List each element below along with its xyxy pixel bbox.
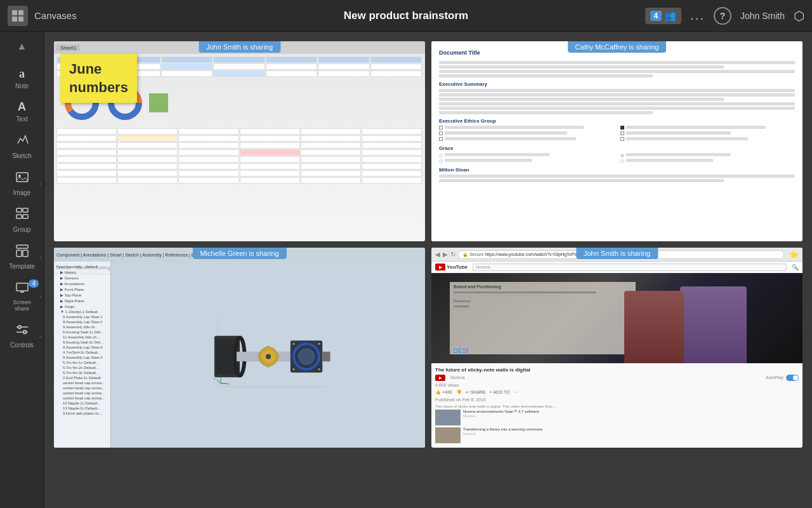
cad-preview: Component | Annotations | Smart | Sketch… (54, 248, 425, 448)
secure-icon: 🔒 Secure (462, 252, 483, 257)
cad-tree-item: Final Assembly - Default (56, 264, 108, 269)
svg-point-43 (298, 349, 314, 364)
header: Canvases New product brainstorm 4 👥 ... … (0, 0, 812, 32)
cad-tree-item: 6.housing Seal-1c Def... (56, 330, 108, 335)
refresh-icon: ↻ (450, 251, 455, 258)
cad-tree-item: 9.Assembly Lap Slew-3 (56, 345, 108, 350)
svg-point-37 (267, 364, 270, 367)
cad-tree-item: 9.Assembly Lap Slew-4 (56, 355, 108, 360)
word-section-3: Executive Ethics Group (439, 117, 795, 142)
video-suggestions: Nureva announcements Span™ 3.7 software … (435, 410, 799, 443)
sidebar-item-text[interactable]: A Text (0, 95, 44, 128)
suggestion-item: Nureva announcements Span™ 3.7 software … (435, 410, 799, 425)
canvas-content: John Smith is sharing June numbers Sheet… (44, 32, 812, 508)
user-name: John Smith (740, 11, 785, 21)
cad-tree-item: 3.Drive with plates-1c... (56, 411, 108, 416)
word-section-4: Grace (439, 145, 795, 163)
svg-rect-11 (16, 250, 22, 257)
canvas-icon[interactable] (8, 6, 28, 26)
sidebar-controls-label: Controls (10, 342, 34, 349)
svg-rect-13 (16, 283, 28, 291)
exit-button[interactable]: ⬡ (794, 8, 804, 23)
controls-icon (15, 323, 29, 340)
svg-rect-0 (12, 10, 17, 15)
session-title: New product brainstorm (344, 10, 468, 22)
main-area: ▲ a Note A Text Sketch Image › (0, 32, 812, 508)
panel2-sharer-label: Cathy McCaffrey is sharing (568, 41, 667, 53)
word-document-preview: Document Title Executive Summary (431, 41, 802, 241)
cad-tree-item: 2.End Plate-1c Default (56, 375, 108, 380)
back-icon: ◀ (435, 251, 440, 258)
svg-rect-41 (322, 352, 331, 361)
cad-tree-item: ▶ Front Plane (56, 286, 108, 292)
cad-tree-item: 11 Assembly Idle ch... (56, 335, 108, 340)
svg-text:X: X (228, 382, 230, 385)
sidebar-item-image[interactable]: Image › (0, 165, 44, 202)
sketch-icon (15, 133, 29, 150)
cad-tree-item: socket head cap screw... (56, 380, 108, 385)
sticky-note: June numbers (60, 54, 137, 103)
sidebar-item-note[interactable]: a Note (0, 62, 44, 95)
svg-rect-7 (23, 208, 28, 212)
cad-tree-item: 5.7in-4in-2c Default... (56, 365, 108, 370)
svg-point-44 (292, 343, 294, 345)
suggestion-item: Transforming a library into a learning c… (435, 427, 799, 443)
forward-icon: ▶ (443, 251, 448, 258)
url-text: https://www.youtube.com/watch?v=DlpHgToP… (485, 252, 580, 257)
sidebar-group-label: Group (13, 226, 31, 234)
svg-rect-4 (16, 173, 28, 182)
sidebar-item-sketch[interactable]: Sketch (0, 128, 44, 165)
sidebar-item-template[interactable]: Template › (0, 239, 44, 276)
sidebar-collapse-button[interactable]: ▲ (13, 37, 31, 56)
sidebar-item-group[interactable]: Group (0, 202, 44, 239)
video-area: Brand and Positioning Presencemanager DE… (431, 273, 802, 363)
svg-rect-8 (16, 215, 22, 218)
sidebar-screenshare-label: Screenshare (13, 300, 31, 312)
text-icon: A (18, 100, 26, 114)
header-center: New product brainstorm (273, 10, 539, 22)
canvas-grid: John Smith is sharing June numbers Sheet… (44, 32, 812, 457)
cad-tree-item: socket head cap screw... (56, 396, 108, 401)
sidebar-item-screenshare[interactable]: 4 Screenshare › (0, 276, 44, 318)
help-button[interactable]: ? (714, 7, 731, 25)
cad-tree-item: 13 Nipple-2c Default... (56, 406, 108, 411)
image-icon (15, 170, 29, 187)
sidebar-image-label: Image (13, 189, 31, 197)
note-icon: a (19, 67, 25, 81)
ss-tab: Sheet1 (56, 44, 80, 51)
screenshare-icon (15, 281, 29, 298)
word-section-5: Milton Sloan (439, 166, 795, 182)
svg-point-36 (267, 345, 270, 348)
template-icon (15, 244, 29, 261)
people-icon: 👥 (664, 10, 676, 22)
publish-date: Published on Feb 8, 2016 (435, 398, 799, 402)
sidebar-item-controls[interactable]: Controls › (0, 318, 44, 354)
svg-point-15 (18, 325, 21, 328)
screenshare-arrow-icon: › (39, 293, 41, 300)
cad-tree-item: 13 Nipple-1c Default... (56, 401, 108, 406)
panel4-sharer-label: John Smith is sharing (576, 248, 658, 259)
sidebar-note-label: Note (15, 83, 29, 90)
cad-tree-item: 6.housing Seal-2c Def... (56, 340, 108, 345)
panel-cad[interactable]: Michelle Green is sharing Component | An… (54, 248, 425, 448)
youtube-preview: ◀ ▶ ↻ 🔒 Secure https://www.youtube.com/w… (431, 248, 802, 448)
panel-spreadsheet[interactable]: John Smith is sharing June numbers Sheet… (54, 41, 425, 241)
panel-youtube[interactable]: John Smith is sharing ◀ ▶ ↻ 🔒 Secure htt… (431, 248, 802, 448)
cad-tree-item: 9.Assembly Idle ch.. (56, 324, 108, 330)
svg-text:Y: Y (219, 374, 221, 377)
panel1-sharer-label: John Smith is sharing (199, 41, 280, 53)
cad-tree-item: 5.7in-4in-1c Default... (56, 360, 108, 365)
svg-point-35 (266, 354, 271, 359)
controls-arrow-icon: › (39, 332, 41, 339)
participants-badge[interactable]: 4 👥 (645, 8, 682, 24)
header-right: 4 👥 ... ? John Smith ⬡ (539, 7, 804, 25)
svg-rect-6 (16, 208, 22, 212)
svg-rect-12 (23, 250, 28, 257)
sidebar-template-label: Template (9, 263, 35, 271)
more-options-button[interactable]: ... (690, 8, 705, 23)
cad-tree-sidebar: Final Assembly - Default ▶ History ▶ Sen… (54, 262, 111, 448)
word-section-2: Executive Summary (439, 81, 795, 114)
panel-word[interactable]: Cathy McCaffrey is sharing Document Titl… (431, 41, 802, 241)
template-arrow-icon: › (39, 254, 41, 261)
svg-point-45 (318, 343, 320, 345)
